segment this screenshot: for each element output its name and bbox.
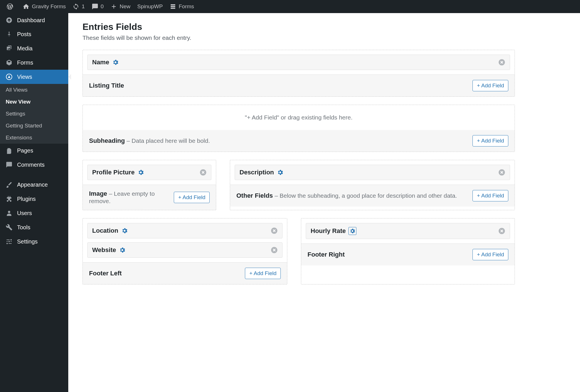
sidebar-item-settings[interactable]: Settings <box>0 234 68 249</box>
field-chip-hourly-rate[interactable]: Hourly Rate <box>306 223 510 239</box>
gear-icon[interactable] <box>121 227 128 234</box>
updates-count: 1 <box>82 3 85 10</box>
views-icon <box>5 73 13 80</box>
forms-icon <box>5 59 13 66</box>
zone-label: Subheading <box>89 137 125 144</box>
forms-label: Forms <box>179 3 194 10</box>
add-field-button[interactable]: + Add Field <box>472 249 508 260</box>
sidebar-item-label: Views <box>17 74 32 80</box>
field-chip-location[interactable]: Location <box>87 223 282 238</box>
sidebar-item-users[interactable]: Users <box>0 206 68 220</box>
field-label: Name <box>92 59 109 66</box>
zone-label: Image <box>89 190 107 197</box>
zone-label: Other Fields <box>236 192 273 199</box>
sub-new-view[interactable]: New View <box>0 96 68 108</box>
zone-footer-left: Location Website Footer <box>82 218 287 284</box>
sliders-icon <box>5 238 13 245</box>
sidebar-item-dashboard[interactable]: Dashboard <box>0 13 68 27</box>
sidebar-item-forms[interactable]: Forms <box>0 55 68 70</box>
sub-all-views[interactable]: All Views <box>0 84 68 96</box>
sidebar-item-label: Forms <box>17 59 33 66</box>
close-icon[interactable] <box>200 169 207 176</box>
pages-icon <box>5 148 13 154</box>
gear-icon[interactable] <box>137 169 144 176</box>
sidebar-item-media[interactable]: Media <box>0 41 68 55</box>
sub-extensions[interactable]: Extensions <box>0 132 68 144</box>
sidebar-item-views[interactable]: Views <box>0 70 68 84</box>
close-icon[interactable] <box>271 247 278 253</box>
add-field-button[interactable]: + Add Field <box>245 268 281 279</box>
forms-toolbar[interactable]: Forms <box>166 0 197 13</box>
gear-icon[interactable] <box>277 169 284 176</box>
sidebar-item-appearance[interactable]: Appearance <box>0 178 68 192</box>
admin-toolbar: Gravity Forms 1 0 New SpinupWP Forms <box>0 0 580 13</box>
field-chip-profile-picture[interactable]: Profile Picture <box>87 165 211 180</box>
sidebar-item-posts[interactable]: Posts <box>0 27 68 41</box>
sub-getting-started[interactable]: Getting Started <box>0 120 68 132</box>
field-label: Location <box>92 227 118 234</box>
site-name[interactable]: Gravity Forms <box>19 0 69 13</box>
field-label: Description <box>240 169 274 176</box>
spinupwp-label: SpinupWP <box>137 3 163 10</box>
close-icon[interactable] <box>498 59 505 66</box>
sidebar-item-tools[interactable]: Tools <box>0 220 68 234</box>
spinupwp[interactable]: SpinupWP <box>134 0 166 13</box>
sidebar-item-label: Dashboard <box>17 17 45 24</box>
admin-sidebar: Dashboard Posts Media Forms Views All Vi… <box>0 13 68 392</box>
svg-point-3 <box>8 211 10 213</box>
close-icon[interactable] <box>498 228 505 234</box>
zone-image: Profile Picture Image – Leave empty to r… <box>82 160 216 210</box>
zone-desc: Below the subheading, a good place for d… <box>280 192 457 199</box>
sidebar-item-label: Appearance <box>17 181 48 188</box>
sidebar-item-pages[interactable]: Pages <box>0 144 68 158</box>
zone-label: Footer Right <box>307 251 345 258</box>
media-icon <box>5 45 13 52</box>
gear-icon[interactable] <box>112 59 119 66</box>
close-icon[interactable] <box>271 227 278 234</box>
field-chip-website[interactable]: Website <box>87 242 282 258</box>
gear-icon[interactable] <box>348 227 356 235</box>
page-title: Entries Fields <box>82 22 515 32</box>
add-field-button[interactable]: + Add Field <box>472 80 508 91</box>
comments[interactable]: 0 <box>88 0 107 13</box>
field-label: Profile Picture <box>92 169 135 176</box>
field-chip-name[interactable]: Name <box>87 55 510 70</box>
wordpress-icon <box>6 3 14 10</box>
sub-settings[interactable]: Settings <box>0 108 68 120</box>
zone-label: Footer Left <box>89 270 122 277</box>
brush-icon <box>5 181 13 188</box>
gear-icon[interactable] <box>119 247 126 253</box>
page-subtitle: These fields will be shown for each entr… <box>82 34 515 41</box>
updates[interactable]: 1 <box>69 0 88 13</box>
sidebar-item-label: Plugins <box>17 196 36 202</box>
plugin-icon <box>5 195 13 202</box>
new-content[interactable]: New <box>107 0 134 13</box>
wp-logo[interactable] <box>3 0 19 13</box>
comment-icon <box>5 161 13 168</box>
zone-label: Listing Title <box>89 82 124 89</box>
sidebar-item-label: Tools <box>17 224 30 231</box>
sidebar-item-comments[interactable]: Comments <box>0 158 68 172</box>
zone-subheading: "+ Add Field" or drag existing fields he… <box>82 105 515 152</box>
sidebar-item-label: Pages <box>17 147 33 154</box>
add-field-button[interactable]: + Add Field <box>174 192 210 203</box>
field-chip-description[interactable]: Description <box>235 165 510 180</box>
sidebar-item-label: Users <box>17 210 32 216</box>
new-label: New <box>119 3 130 10</box>
field-label: Website <box>92 246 116 254</box>
site-name-label: Gravity Forms <box>32 3 66 10</box>
sidebar-item-label: Settings <box>17 238 38 245</box>
home-icon <box>23 3 30 10</box>
updates-icon <box>73 3 79 10</box>
sidebar-item-label: Posts <box>17 31 31 38</box>
drop-hint[interactable]: "+ Add Field" or drag existing fields he… <box>83 105 515 130</box>
dashboard-icon <box>5 17 13 24</box>
wrench-icon <box>5 224 13 231</box>
close-icon[interactable] <box>498 169 505 176</box>
field-label: Hourly Rate <box>311 227 346 235</box>
add-field-button[interactable]: + Add Field <box>472 135 508 147</box>
user-icon <box>5 210 13 216</box>
sidebar-item-plugins[interactable]: Plugins <box>0 192 68 206</box>
svg-point-0 <box>8 48 9 48</box>
add-field-button[interactable]: + Add Field <box>472 190 508 201</box>
